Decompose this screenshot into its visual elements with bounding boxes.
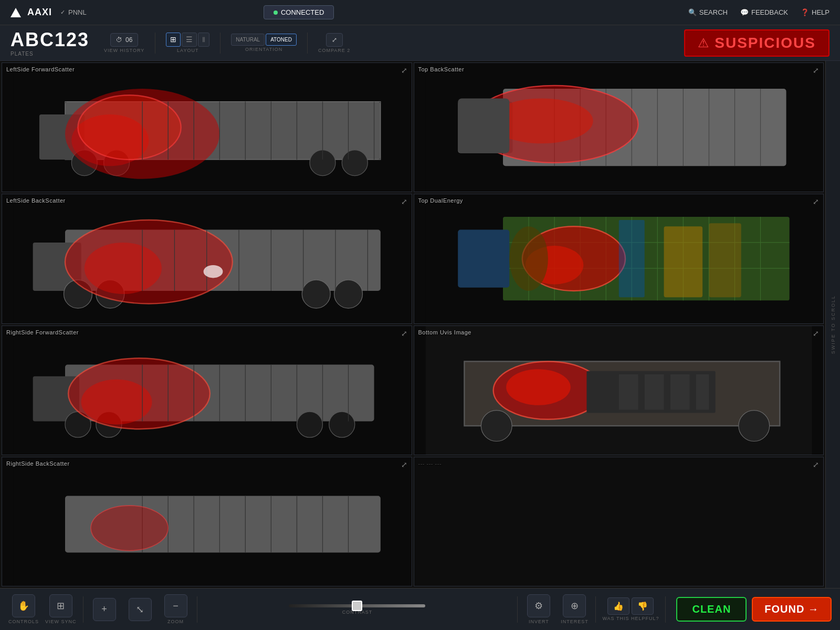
svg-point-99 [506, 369, 571, 405]
panel5-label: RightSide ForwardScatter [6, 329, 79, 335]
panel-leftside-backscatter: LeftSide BackScatter ⤢ [2, 194, 412, 323]
action-buttons: CLEAN FOUND → [676, 597, 832, 622]
thumbs-up-button[interactable]: 👍 [607, 597, 629, 615]
app-logo: AAXI [27, 7, 52, 18]
layout-grid3v-button[interactable]: ⦀ [198, 33, 209, 47]
interest-label: INTEREST [561, 619, 589, 624]
layout-buttons: ⊞ ☰ ⦀ [166, 33, 209, 47]
panel4-image [414, 194, 824, 323]
panel6-label: Bottom Uvis Image [418, 329, 471, 335]
bottom-divider-5 [665, 596, 666, 623]
feedback-icon: 💬 [740, 8, 749, 16]
panel-bottom-uvis: Bottom Uvis Image ⤢ [414, 326, 824, 455]
contrast-slider[interactable] [289, 604, 425, 607]
divider-3 [307, 33, 308, 54]
svg-point-44 [85, 243, 162, 294]
search-button[interactable]: 🔍 SEARCH [688, 8, 728, 16]
layout-label: LAYOUT [177, 48, 198, 53]
orientation-group: NATURAL ATONED ORIENTATION [231, 34, 297, 52]
interest-icon: ⊕ [563, 594, 586, 617]
warning-icon: ⚠ [698, 36, 709, 50]
panel1-image [2, 63, 412, 192]
zoom-crosshair-icon: ⤡ [129, 598, 152, 621]
plate-sub-label: PLATES [10, 51, 96, 57]
suspicious-text: SUSPICIOUS [715, 35, 816, 51]
panel4-label: Top DualEnergy [418, 197, 463, 204]
zoom-label: ZOOM [167, 619, 184, 624]
svg-rect-103 [670, 374, 689, 409]
feedback-button[interactable]: 💬 FEEDBACK [740, 8, 788, 16]
controls-icon: ✋ [12, 594, 35, 617]
bottom-divider-1 [83, 596, 83, 623]
orientation-natural-button[interactable]: NATURAL [231, 34, 265, 46]
panel8-label: --- --- --- [418, 460, 442, 467]
connection-label: CONNECTED [281, 8, 324, 16]
svg-point-81 [329, 412, 355, 437]
panel-top-dualenergy: Top DualEnergy ⤢ [414, 194, 824, 323]
panel8-expand-icon[interactable]: ⤢ [813, 460, 819, 469]
contrast-thumb[interactable] [352, 601, 362, 611]
panel2-svg [414, 63, 824, 192]
svg-point-97 [738, 410, 769, 441]
svg-rect-102 [644, 374, 664, 409]
invert-label: INVERT [529, 619, 549, 624]
helpful-label: WAS THIS HELPFUL? [602, 616, 659, 621]
bottom-divider-4 [595, 596, 596, 623]
panel2-expand-icon[interactable]: ⤢ [813, 66, 819, 75]
interest-button[interactable]: ⊕ INTEREST [560, 594, 589, 624]
layout-grid4-button[interactable]: ⊞ [166, 33, 181, 47]
compare-label: COMPARE 2 [318, 48, 350, 53]
zoom-crosshair-button[interactable]: ⤡ [125, 598, 155, 621]
controls-label: CONTROLS [8, 619, 39, 624]
compare-group: ⤢ COMPARE 2 [318, 33, 350, 53]
panel8-image [414, 457, 824, 586]
orientation-atoned-button[interactable]: ATONED [266, 34, 297, 46]
found-button[interactable]: FOUND → [752, 597, 832, 622]
layout-grid2h-button[interactable]: ☰ [182, 33, 197, 47]
panel7-image [2, 457, 412, 586]
panel-leftside-forwardscatter: LeftSide ForwardScatter ⤢ [2, 62, 412, 192]
controls-button[interactable]: ✋ CONTROLS [8, 594, 39, 624]
panel6-expand-icon[interactable]: ⤢ [813, 329, 819, 338]
top-nav: AAXI ✓ PNNL CONNECTED 🔍 SEARCH 💬 FEEDBAC… [0, 0, 840, 25]
main-content: LeftSide ForwardScatter ⤢ [0, 61, 840, 588]
help-icon: ❓ [801, 8, 809, 16]
invert-button[interactable]: ⚙ INVERT [524, 594, 553, 624]
panel3-label: LeftSide BackScatter [6, 197, 66, 204]
panel7-expand-icon[interactable]: ⤢ [401, 460, 407, 469]
svg-rect-71 [709, 223, 741, 297]
divider-2 [220, 33, 220, 54]
connection-button[interactable]: CONNECTED [264, 5, 334, 19]
search-icon: 🔍 [688, 8, 697, 16]
panel2-image [414, 63, 824, 192]
chevron-icon: ✓ [60, 9, 65, 16]
svg-point-80 [297, 412, 322, 437]
panel5-image [2, 326, 412, 455]
view-history-button[interactable]: ⏱ 06 [110, 33, 138, 47]
view-sync-button[interactable]: ⊞ VIEW SYNC [45, 594, 77, 624]
bottom-divider-2 [197, 596, 197, 623]
svg-point-96 [481, 410, 512, 441]
panel4-expand-icon[interactable]: ⤢ [813, 197, 819, 206]
images-grid: LeftSide ForwardScatter ⤢ [0, 61, 825, 588]
compare-button[interactable]: ⤢ [326, 33, 343, 47]
panel3-expand-icon[interactable]: ⤢ [401, 197, 407, 206]
found-label: FOUND → [764, 603, 819, 615]
toolbar: ABC123 PLATES ⏱ 06 VIEW HISTORY ⊞ ☰ ⦀ LA… [0, 25, 840, 61]
nav-right: 🔍 SEARCH 💬 FEEDBACK ❓ HELP [688, 8, 830, 16]
logo-area: AAXI [10, 7, 52, 18]
thumbs-down-button[interactable]: 👎 [632, 597, 654, 615]
clean-button[interactable]: CLEAN [676, 597, 747, 622]
help-button[interactable]: ❓ HELP [801, 8, 830, 16]
panel-rightside-forwardscatter: RightSide ForwardScatter ⤢ [2, 326, 412, 455]
history-count: 06 [125, 36, 132, 44]
helpful-buttons: 👍 👎 [607, 597, 654, 615]
zoom-plus-button[interactable]: + [90, 598, 119, 621]
panel1-expand-icon[interactable]: ⤢ [401, 66, 407, 75]
zoom-minus-icon: − [164, 594, 187, 617]
panel5-expand-icon[interactable]: ⤢ [401, 329, 407, 338]
zoom-plus-icon: + [93, 598, 116, 621]
logo-icon [10, 8, 21, 17]
zoom-minus-button[interactable]: − ZOOM [161, 594, 191, 624]
panel3-svg [2, 194, 412, 323]
